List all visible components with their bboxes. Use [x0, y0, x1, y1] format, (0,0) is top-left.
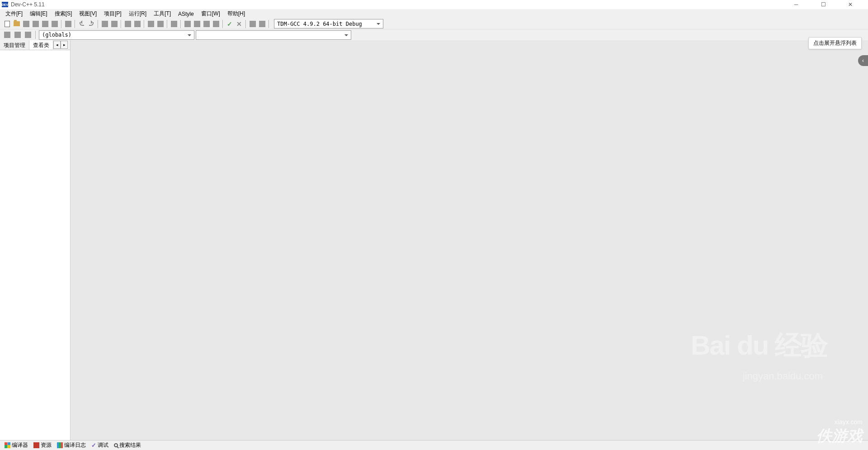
compile-button[interactable] — [123, 19, 132, 28]
grid-icon — [203, 21, 210, 27]
side-panel-tabs: 项目管理 查看类 ◂ ▸ — [0, 40, 70, 50]
resources-icon — [33, 442, 39, 448]
toolbar-separator — [144, 20, 145, 28]
rebuild-icon — [157, 21, 164, 27]
bookmark-icon — [259, 21, 265, 27]
save-as-button[interactable] — [41, 19, 50, 28]
compile-run-button[interactable] — [146, 19, 156, 28]
log-icon — [57, 442, 63, 448]
compiler-selector[interactable]: TDM-GCC 4.9.2 64-bit Debug — [274, 19, 383, 28]
toolbar-separator — [61, 20, 62, 28]
tab-project-manager[interactable]: 项目管理 — [0, 40, 29, 50]
close-file-button[interactable] — [50, 19, 59, 28]
scope-selector-value: (globals) — [42, 32, 71, 38]
undo-icon — [80, 22, 84, 26]
grid-icon — [213, 21, 219, 27]
new-file-icon — [5, 21, 10, 27]
replace-button[interactable] — [110, 19, 119, 28]
side-panel: 项目管理 查看类 ◂ ▸ — [0, 40, 71, 440]
toolbar-separator — [98, 20, 99, 28]
grid1-button[interactable] — [183, 19, 192, 28]
menu-run[interactable]: 运行[R] — [125, 9, 150, 19]
find-icon — [102, 21, 108, 27]
nav-home-button[interactable] — [24, 30, 33, 39]
side-handle-button[interactable]: ‹ — [858, 55, 868, 66]
menu-project[interactable]: 项目[P] — [100, 9, 125, 19]
function-selector[interactable] — [196, 30, 351, 40]
rebuild-button[interactable] — [156, 19, 165, 28]
toolbar-separator — [222, 20, 223, 28]
run-button[interactable] — [133, 19, 142, 28]
save-button[interactable] — [22, 19, 31, 28]
open-folder-icon — [14, 21, 20, 26]
status-tab-compiler[interactable]: 编译器 — [3, 441, 30, 449]
tab-scroll-right-button[interactable]: ▸ — [61, 41, 68, 49]
cancel-button[interactable]: ✕ — [235, 19, 244, 28]
tab-scroll-left-button[interactable]: ◂ — [53, 41, 61, 49]
minimize-button[interactable]: ─ — [789, 0, 803, 9]
redo-button[interactable] — [87, 19, 96, 28]
menu-edit[interactable]: 编辑[E] — [26, 9, 51, 19]
menu-astyle[interactable]: AStyle — [175, 10, 198, 18]
compile-icon — [125, 21, 131, 27]
close-button[interactable]: ✕ — [844, 0, 857, 9]
print-button[interactable] — [64, 19, 73, 28]
maximize-button[interactable]: ☐ — [816, 0, 830, 9]
nav-fwd-button[interactable] — [13, 30, 22, 39]
compiler-icon — [5, 442, 10, 448]
status-compiler-label: 编译器 — [12, 441, 28, 449]
status-log-label: 编译日志 — [64, 441, 86, 449]
window-title: Dev-C++ 5.11 — [11, 1, 45, 8]
bookmark-button[interactable] — [258, 19, 267, 28]
status-tab-log[interactable]: 编译日志 — [55, 441, 88, 449]
status-tab-resources[interactable]: 资源 — [32, 441, 53, 449]
grid3-button[interactable] — [202, 19, 211, 28]
home-icon — [25, 32, 31, 38]
editor-area — [71, 40, 868, 440]
nav-back-button[interactable] — [3, 30, 12, 39]
status-tab-debug[interactable]: ✓ 调试 — [90, 441, 110, 449]
open-file-button[interactable] — [12, 19, 21, 28]
undo-button[interactable] — [77, 19, 86, 28]
goto-button[interactable] — [248, 19, 257, 28]
debug-check-icon: ✓ — [91, 442, 96, 449]
run-icon — [134, 21, 141, 27]
main-toolbar: ✓ ✕ TDM-GCC 4.9.2 64-bit Debug — [0, 19, 868, 29]
status-bar: 编译器 资源 编译日志 ✓ 调试 搜索结果 — [0, 440, 868, 450]
floating-tooltip[interactable]: 点击展开悬浮列表 — [808, 37, 862, 49]
menu-file[interactable]: 文件[F] — [2, 9, 26, 19]
grid4-button[interactable] — [212, 19, 221, 28]
save-all-button[interactable] — [31, 19, 40, 28]
menu-tools[interactable]: 工具[T] — [150, 9, 175, 19]
save-all-icon — [33, 21, 39, 27]
goto-icon — [250, 21, 256, 27]
find-button[interactable] — [100, 19, 109, 28]
grid-icon — [184, 21, 191, 27]
new-file-button[interactable] — [3, 19, 12, 28]
menu-view[interactable]: 视图[V] — [75, 9, 100, 19]
toolbar-separator — [75, 20, 75, 28]
replace-icon — [111, 21, 118, 27]
scope-selector[interactable]: (globals) — [39, 30, 194, 40]
app-icon: DEV — [2, 2, 8, 7]
tooltip-label: 点击展开悬浮列表 — [813, 40, 857, 46]
debug-icon — [171, 21, 177, 27]
titlebar: DEV Dev-C++ 5.11 ─ ☐ ✕ — [0, 0, 868, 9]
search-icon — [114, 443, 118, 447]
chevron-left-icon: ‹ — [862, 57, 864, 64]
window-controls: ─ ☐ ✕ — [789, 0, 866, 9]
menu-search[interactable]: 搜索[S] — [51, 9, 76, 19]
toolbar-separator — [180, 20, 181, 28]
toolbar-separator — [35, 31, 36, 39]
status-results-label: 搜索结果 — [119, 441, 141, 449]
menu-help[interactable]: 帮助[H] — [224, 9, 249, 19]
check-button[interactable]: ✓ — [225, 19, 234, 28]
toolbar-separator — [121, 20, 122, 28]
check-icon: ✓ — [227, 20, 232, 28]
status-tab-search-results[interactable]: 搜索结果 — [112, 441, 143, 449]
tab-class-browser[interactable]: 查看类 — [29, 40, 53, 50]
debug-button[interactable] — [170, 19, 179, 28]
menu-window[interactable]: 窗口[W] — [198, 9, 224, 19]
toolbar-separator — [245, 20, 246, 28]
grid2-button[interactable] — [193, 19, 202, 28]
